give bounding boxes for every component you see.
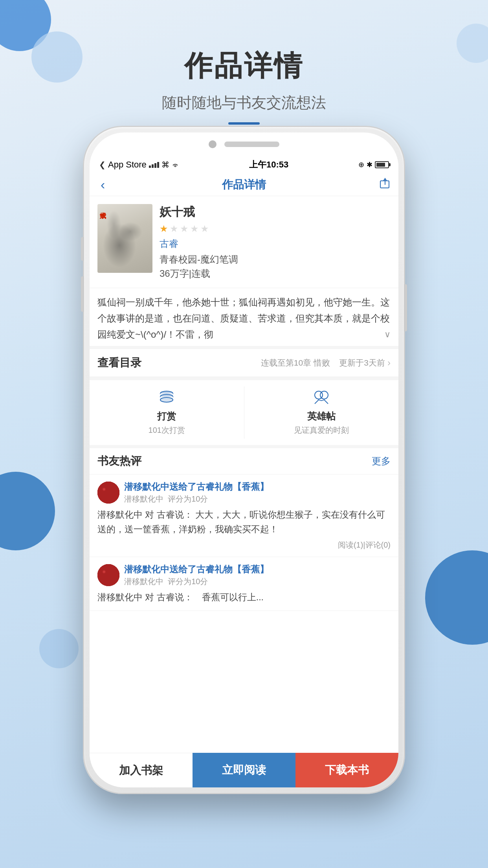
signal-icon [149,162,159,168]
front-camera [209,140,216,148]
bg-decoration-6 [39,629,79,668]
battery-icon [375,161,389,168]
bluetooth-icon: ✱ [367,160,372,169]
book-description: 狐仙祠一别成千年，他杀她十世；狐仙祠再遇如初见，他守她一生。这个故事讲的是道，也… [90,288,398,346]
book-title: 妖十戒 [160,204,391,220]
bg-decoration-2 [31,31,83,83]
catalog-chapter-info: 连载至第10章 惜败 更新于3天前 [141,357,385,368]
volume-up-button [81,237,84,261]
read-now-button[interactable]: 立即阅读 [193,753,295,787]
status-right: ⊕ ✱ [358,160,389,169]
phone-speaker [224,142,279,147]
hero-post-button[interactable]: 英雄帖 见证真爱的时刻 [244,386,399,439]
svg-point-11 [320,391,328,399]
volume-down-button [81,276,84,312]
star-2: ★ [170,223,178,234]
phone-screen: ❮ App Store ⌘ [90,132,398,787]
status-time: 上午10:53 [249,159,288,171]
reward-count: 101次打赏 [149,425,185,436]
catalog-arrow-icon: › [387,357,391,368]
reward-icon [158,390,175,408]
nav-title: 作品详情 [222,177,266,192]
reviews-header: 书友热评 更多 [90,448,398,474]
bottom-action-bar: 加入书架 立即阅读 下载本书 [90,753,398,787]
reviews-more-button[interactable]: 更多 [372,455,391,467]
book-genre: 青春校园-魔幻笔调 [160,253,391,266]
hero-post-sub: 见证真爱的时刻 [294,425,349,436]
review-content-1: 潜移默化中 对 古睿说： 大大，大大，听说你想生猴子，实在没有什么可送的，送一筐… [97,508,391,537]
review-content-2: 潜移默化中 对 古睿说： 香蕉可以行上... [97,590,391,605]
review-meta-1: 潜移默化中 评分为10分 [124,494,269,504]
back-chevron-icon: ❮ [99,160,106,169]
book-author[interactable]: 古睿 [160,237,391,250]
nav-bar: ‹ 作品详情 [90,173,398,196]
catalog-label: 查看目录 [97,355,141,370]
carrier-name: App Store [108,160,147,170]
add-to-shelf-button[interactable]: 加入书架 [90,753,193,787]
reward-button[interactable]: 打赏 101次打赏 [90,386,244,439]
show-more-icon[interactable]: ∨ [384,329,391,340]
download-book-button[interactable]: 下载本书 [295,753,398,787]
title-underline [228,122,260,125]
action-row: 打赏 101次打赏 英雄帖 见证真爱的时刻 [90,377,398,445]
location-icon: ⊕ [358,160,364,169]
book-rating: ★ ★ ★ ★ ★ [160,223,391,234]
review-title-2[interactable]: 潜移默化中送给了古睿礼物【香蕉】 [124,563,269,576]
star-1: ★ [160,223,168,234]
book-detail-section: 妖十戒 妖十戒 ★ ★ ★ ★ ★ 古睿 青春校园-魔幻笔调 36万字|连载 [90,196,398,288]
status-bar: ❮ App Store ⌘ [90,156,398,173]
review-item-1: 潜移默化中送给了古睿礼物【香蕉】 潜移默化中 评分为10分 潜移默化中 对 古睿… [90,474,398,557]
phone-top-decoration [90,132,398,156]
book-info: 妖十戒 ★ ★ ★ ★ ★ 古睿 青春校园-魔幻笔调 36万字|连载 [160,204,391,280]
back-button[interactable]: ‹ [97,175,108,194]
bg-decoration-4 [0,472,55,550]
reviews-title: 书友热评 [97,454,141,469]
review-item-2: 潜移默化中送给了古睿礼物【香蕉】 潜移默化中 评分为10分 潜移默化中 对 古睿… [90,557,398,611]
page-subtitle: 随时随地与书友交流想法 [0,93,488,113]
book-word-count: 36万字|连载 [160,267,391,280]
cover-art [97,204,152,273]
phone-body: ❮ App Store ⌘ [83,126,405,794]
star-4: ★ [190,223,199,234]
bg-decoration-5 [425,550,488,645]
star-3: ★ [180,223,189,234]
phone-mockup: ❮ App Store ⌘ [83,126,405,794]
review-header-2: 潜移默化中送给了古睿礼物【香蕉】 潜移默化中 评分为10分 [97,563,391,587]
catalog-section[interactable]: 查看目录 连载至第10章 惜败 更新于3天前 › [90,346,398,377]
book-cover: 妖十戒 [97,204,152,273]
review-header-1: 潜移默化中送给了古睿礼物【香蕉】 潜移默化中 评分为10分 [97,481,391,504]
wifi-icon: ⌘ [161,160,180,169]
review-avatar-1 [97,482,119,504]
reviews-section: 书友热评 更多 潜移默化中送给了古睿礼物【香蕉】 潜移默化中 评分为1 [90,445,398,611]
review-footer-1: 阅读(1)|评论(0) [97,540,391,550]
description-text: 狐仙祠一别成千年，他杀她十世；狐仙祠再遇如初见，他守她一生。这个故事讲的是道，也… [97,294,391,340]
review-title-1[interactable]: 潜移默化中送给了古睿礼物【香蕉】 [124,481,269,493]
share-button[interactable] [380,178,391,191]
power-button [404,284,407,331]
battery-fill [376,163,385,167]
review-meta-2: 潜移默化中 评分为10分 [124,576,269,587]
hero-post-label: 英雄帖 [307,410,336,423]
hero-post-icon [313,390,330,408]
star-5: ★ [200,223,209,234]
review-avatar-2 [97,564,119,586]
status-left: ❮ App Store ⌘ [99,160,179,170]
reward-label: 打赏 [157,410,176,423]
